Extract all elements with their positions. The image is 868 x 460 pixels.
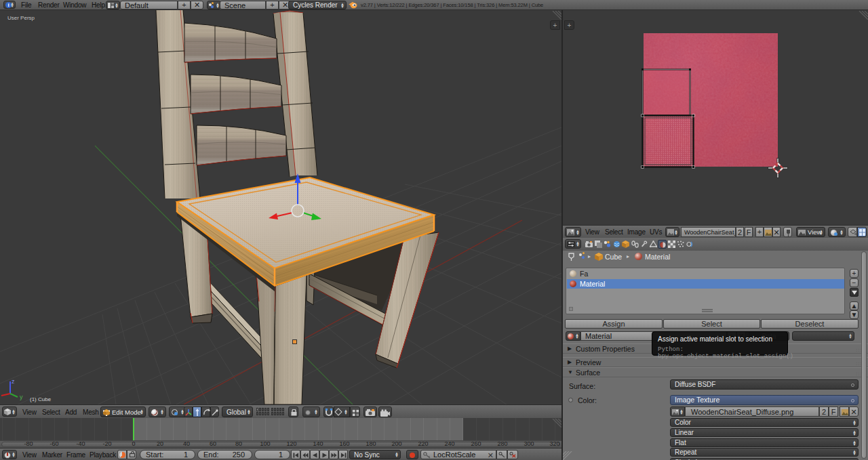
svg-text:y: y xyxy=(20,394,23,400)
svg-text:z: z xyxy=(12,378,15,385)
